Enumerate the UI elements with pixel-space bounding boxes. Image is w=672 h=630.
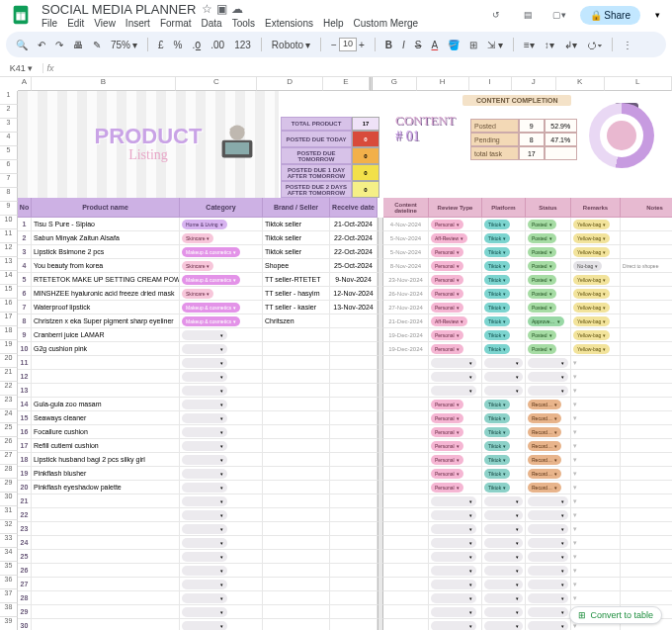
row-header[interactable]: 7 bbox=[0, 174, 18, 188]
history-icon[interactable]: ↺ bbox=[485, 4, 507, 26]
row-header[interactable]: 9 bbox=[0, 202, 18, 216]
chip[interactable]: Record… bbox=[528, 483, 561, 493]
chip[interactable]: Personal bbox=[431, 330, 463, 340]
share-caret[interactable]: ▾ bbox=[650, 10, 664, 20]
chip[interactable] bbox=[182, 386, 227, 396]
paintformat-button[interactable]: ✎ bbox=[91, 40, 103, 50]
chip[interactable]: Personal bbox=[431, 289, 463, 299]
col-header-A[interactable]: A bbox=[18, 77, 32, 91]
formula-input[interactable] bbox=[57, 59, 672, 76]
italic-button[interactable]: I bbox=[400, 40, 407, 50]
chip[interactable]: Yellow-bag bbox=[573, 247, 610, 257]
chip[interactable]: Posted bbox=[528, 233, 556, 243]
chip[interactable] bbox=[182, 413, 227, 423]
menu-help[interactable]: Help bbox=[323, 18, 344, 29]
chip[interactable] bbox=[182, 593, 227, 603]
chip[interactable]: Tiktok bbox=[484, 469, 510, 479]
chip[interactable]: Personal bbox=[431, 220, 463, 229]
star-icon[interactable]: ☆ bbox=[202, 2, 212, 16]
zoom-select[interactable]: 75% ▾ bbox=[109, 40, 139, 50]
col-brand-seller[interactable]: Brand / Seller bbox=[263, 198, 330, 218]
chip[interactable]: Tiktok bbox=[484, 427, 510, 437]
col-no[interactable]: No bbox=[18, 198, 32, 218]
col-content-dateline[interactable]: Content dateline bbox=[383, 198, 429, 218]
menu-custom-merge[interactable]: Custom Merge bbox=[354, 18, 419, 29]
col-header-C[interactable]: C bbox=[176, 77, 257, 91]
col-remarks[interactable]: Remarks bbox=[571, 198, 621, 218]
row-header[interactable]: 16 bbox=[0, 299, 18, 313]
chip[interactable] bbox=[182, 510, 227, 520]
chip[interactable]: Tiktok bbox=[484, 400, 510, 409]
chip[interactable]: Personal bbox=[431, 455, 463, 465]
row-header[interactable]: 4 bbox=[0, 133, 18, 146]
chip[interactable] bbox=[182, 358, 227, 368]
print-button[interactable]: 🖶 bbox=[71, 40, 85, 50]
menu-data[interactable]: Data bbox=[202, 18, 222, 29]
col-receive-date[interactable]: Receive date bbox=[330, 198, 378, 218]
font-size[interactable]: − 10 + bbox=[329, 38, 367, 51]
chip[interactable]: Posted bbox=[528, 261, 556, 271]
row-header[interactable]: 39 bbox=[0, 617, 18, 630]
row-header[interactable]: 13 bbox=[0, 257, 18, 271]
col-review-type[interactable]: Review Type bbox=[429, 198, 482, 218]
percent-button[interactable]: % bbox=[172, 40, 185, 50]
row-header[interactable]: 26 bbox=[0, 437, 18, 451]
rotate-button[interactable]: ⭯▾ bbox=[585, 40, 604, 50]
row-header[interactable]: 15 bbox=[0, 285, 18, 299]
chip[interactable]: Makeup & cosmetics bbox=[182, 275, 240, 285]
chip[interactable]: Makeup & cosmetics bbox=[182, 303, 240, 313]
chip[interactable]: Makeup & cosmetics bbox=[182, 316, 240, 326]
wrap-button[interactable]: ↲▾ bbox=[562, 40, 579, 50]
chip[interactable]: Tiktok bbox=[484, 275, 510, 285]
chip[interactable]: Posted bbox=[528, 247, 556, 257]
row-header[interactable]: 32 bbox=[0, 520, 18, 534]
chip[interactable] bbox=[182, 469, 227, 479]
row-header[interactable]: 35 bbox=[0, 562, 18, 576]
row-header[interactable]: 22 bbox=[0, 382, 18, 396]
chip[interactable] bbox=[182, 580, 227, 589]
chip[interactable] bbox=[182, 552, 227, 562]
undo-button[interactable]: ↶ bbox=[36, 40, 47, 50]
chip[interactable]: Posted bbox=[528, 303, 556, 313]
col-status[interactable]: Status bbox=[526, 198, 571, 218]
column-headers[interactable]: ABCDEGHIJKL bbox=[18, 77, 672, 91]
row-header[interactable]: 38 bbox=[0, 603, 18, 617]
row-header[interactable]: 31 bbox=[0, 506, 18, 520]
chip[interactable]: Aff-Review bbox=[431, 233, 467, 243]
row-header[interactable]: 5 bbox=[0, 146, 18, 160]
chip[interactable]: Posted bbox=[528, 344, 556, 354]
chip[interactable]: Tiktok bbox=[484, 289, 510, 299]
col-platform[interactable]: Platform bbox=[482, 198, 526, 218]
borders-button[interactable]: ⊞ bbox=[467, 40, 479, 50]
chip[interactable]: Tiktok bbox=[484, 344, 510, 354]
halign-button[interactable]: ≡▾ bbox=[522, 40, 537, 50]
chip[interactable]: Yellow-bag bbox=[573, 233, 610, 243]
chip[interactable]: Record… bbox=[528, 455, 561, 465]
row-header[interactable]: 20 bbox=[0, 354, 18, 368]
sheet-area[interactable]: ABCDEGHIJKL 1234567891011121314151617181… bbox=[0, 77, 672, 630]
row-headers[interactable]: 1234567891011121314151617181920212223242… bbox=[0, 91, 18, 630]
redo-button[interactable]: ↷ bbox=[53, 40, 65, 50]
chip[interactable]: Tiktok bbox=[484, 261, 510, 271]
share-button[interactable]: 🔒 Share bbox=[580, 6, 640, 25]
col-header-I[interactable]: I bbox=[469, 77, 512, 91]
col-header-G[interactable]: G bbox=[373, 77, 417, 91]
chip[interactable] bbox=[182, 524, 227, 534]
row-header[interactable]: 8 bbox=[0, 188, 18, 202]
chip[interactable]: Tiktok bbox=[484, 220, 510, 229]
font-select[interactable]: Roboto ▾ bbox=[270, 40, 312, 50]
chip[interactable] bbox=[182, 372, 227, 382]
row-header[interactable]: 2 bbox=[0, 105, 18, 119]
col-header-B[interactable]: B bbox=[32, 77, 177, 91]
chip[interactable]: Yellow-bag bbox=[573, 344, 610, 354]
chip[interactable]: Posted bbox=[528, 289, 556, 299]
col-header-K[interactable]: K bbox=[556, 77, 605, 91]
row-header[interactable]: 23 bbox=[0, 396, 18, 409]
chip[interactable]: Personal bbox=[431, 469, 463, 479]
menu-tools[interactable]: Tools bbox=[232, 18, 255, 29]
chip[interactable]: Yellow-bag bbox=[573, 330, 610, 340]
chip[interactable]: Record… bbox=[528, 441, 561, 451]
dec-decrease-button[interactable]: .0̲ bbox=[190, 40, 203, 50]
chip[interactable]: Tiktok bbox=[484, 316, 510, 326]
chip[interactable] bbox=[182, 330, 227, 340]
